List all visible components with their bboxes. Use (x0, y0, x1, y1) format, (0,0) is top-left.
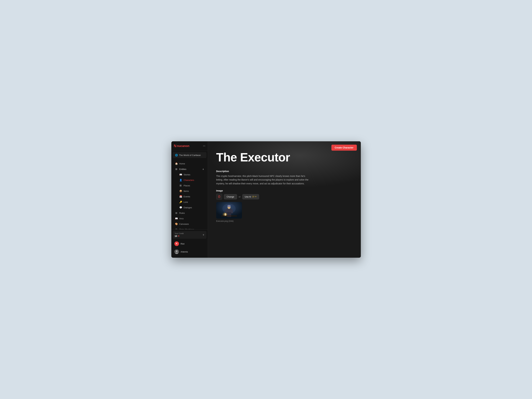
svg-rect-14 (225, 210, 227, 213)
top-bar: Create Character (327, 141, 361, 154)
dialoges-icon: 💬 (179, 206, 182, 209)
state-machines-icon: ⊞ (175, 228, 178, 229)
sidebar-navigation: 🏠 Home ⊞ Entities ∧ 📖 Stories 👤 Characte… (171, 160, 208, 229)
sidebar-item-label: Canvases (179, 223, 189, 225)
image-section-label: Image (216, 189, 353, 192)
username-riot: Riot (181, 243, 184, 245)
sidebar-item-entities[interactable]: ⊞ Entities ∧ (173, 167, 206, 172)
sidebar-item-label: Places (184, 184, 190, 187)
svg-rect-12 (225, 213, 226, 216)
ai-credit-cost: 10 ✳ (252, 195, 257, 198)
sidebar: ℕ nucanon << 🌐 The World of Caribean 🏠 H… (171, 141, 208, 258)
or-text: or (239, 195, 241, 198)
image-filename: Executor.png (2mb) (216, 220, 353, 222)
sidebar-item-items[interactable]: 📦 Items (175, 188, 206, 194)
app-logo: ℕ nucanon (174, 144, 190, 148)
chevron-up-icon: ∧ (203, 168, 204, 170)
arcs-icon: 📖 (175, 217, 178, 220)
canvases-icon: 🎨 (175, 223, 178, 225)
world-name: The World of Caribean (179, 154, 201, 156)
content-body: The Executor Description The cryptic hos… (208, 141, 361, 258)
svg-point-1 (176, 250, 177, 252)
sidebar-item-label: Events (184, 195, 190, 198)
image-controls: Change or Use AI 10 ✳ (216, 194, 353, 200)
sidebar-item-characters[interactable]: 👤 Characters (175, 177, 206, 183)
app-name: nucanon (177, 144, 190, 148)
lore-icon: 🔑 (179, 201, 182, 203)
sidebar-item-arcs[interactable]: 📖 Arcs (173, 216, 206, 221)
sidebar-item-label: Rules (179, 212, 185, 214)
add-credit-button[interactable]: + (203, 233, 204, 237)
use-ai-label: Use AI (245, 195, 251, 198)
items-icon: 📦 (179, 190, 182, 192)
character-image (216, 202, 242, 219)
sparkle-icon: ✳ (255, 195, 257, 198)
collapse-sidebar-button[interactable]: << (203, 145, 205, 147)
user-item-riot[interactable]: R Riot (173, 240, 206, 247)
sidebar-item-rules[interactable]: ⊞ Rules (173, 210, 206, 216)
sidebar-item-label: Characters (184, 179, 194, 181)
sidebar-item-label: Arcs (179, 217, 184, 220)
world-selector[interactable]: 🌐 The World of Caribean (173, 152, 206, 158)
create-character-button[interactable]: Create Character (331, 145, 357, 151)
entities-icon: ⊞ (175, 168, 178, 170)
change-image-button[interactable]: Change (224, 194, 237, 199)
sidebar-item-events[interactable]: 📅 Events (175, 194, 206, 199)
sidebar-item-dialoges[interactable]: 💬 Dialoges (175, 205, 206, 210)
sidebar-item-canvases[interactable]: 🎨 Canvases (173, 221, 206, 227)
credit-value: 10 ✳ (175, 235, 184, 238)
credit-star-icon: ✳ (178, 235, 179, 237)
sidebar-item-label: Home (179, 162, 185, 165)
credit-label: Your Credit (175, 232, 184, 234)
description-text: The cryptic host/narrator, this pitch-bl… (216, 174, 309, 185)
sidebar-item-stories[interactable]: 📖 Stories (175, 172, 206, 177)
places-icon: 🏛 (179, 184, 182, 187)
description-label: Description (216, 170, 353, 173)
stories-icon: 📖 (179, 173, 182, 176)
sidebar-logo: ℕ nucanon << (171, 141, 208, 151)
image-section: Image Change or Use AI 10 ✳ (216, 189, 353, 222)
entities-subnav: 📖 Stories 👤 Characters 🏛 Places 📦 Items … (171, 172, 208, 210)
svg-rect-8 (226, 209, 232, 212)
entities-label: Entities (179, 168, 186, 170)
logo-icon: ℕ (174, 144, 176, 148)
avatar-riot: R (174, 241, 179, 246)
delete-image-button[interactable] (216, 194, 222, 200)
sidebar-item-state-machines[interactable]: ⊞ State Machines (173, 227, 206, 229)
sidebar-item-label: Dialoges (184, 206, 192, 209)
main-content: Create Character The Executor Descriptio… (208, 141, 361, 258)
avatar-artemis (174, 249, 179, 254)
executor-image-visual (216, 202, 242, 219)
globe-icon: 🌐 (175, 154, 178, 156)
characters-icon: 👤 (179, 179, 182, 181)
sidebar-item-places[interactable]: 🏛 Places (175, 183, 206, 188)
svg-rect-11 (221, 216, 237, 216)
svg-rect-15 (231, 210, 233, 213)
svg-point-10 (227, 205, 231, 207)
sidebar-item-home[interactable]: 🏠 Home (173, 161, 206, 166)
rules-icon: ⊞ (175, 212, 178, 214)
user-item-artemis[interactable]: Artemis (173, 248, 206, 255)
sidebar-footer: Your Credit 10 ✳ + R Riot (171, 229, 208, 258)
sidebar-item-label: Stories (184, 174, 190, 176)
sidebar-item-label: Lore (184, 201, 188, 203)
home-icon: 🏠 (175, 162, 178, 165)
username-artemis: Artemis (181, 251, 188, 253)
sidebar-item-lore[interactable]: 🔑 Lore (175, 199, 206, 205)
events-icon: 📅 (179, 195, 182, 198)
credit-number: 10 (175, 235, 177, 238)
sidebar-item-label: Items (184, 190, 189, 192)
credit-box: Your Credit 10 ✳ + (173, 231, 206, 239)
description-section: Description The cryptic host/narrator, t… (216, 170, 353, 185)
app-window: ℕ nucanon << 🌐 The World of Caribean 🏠 H… (171, 141, 361, 258)
use-ai-button[interactable]: Use AI 10 ✳ (242, 194, 259, 199)
